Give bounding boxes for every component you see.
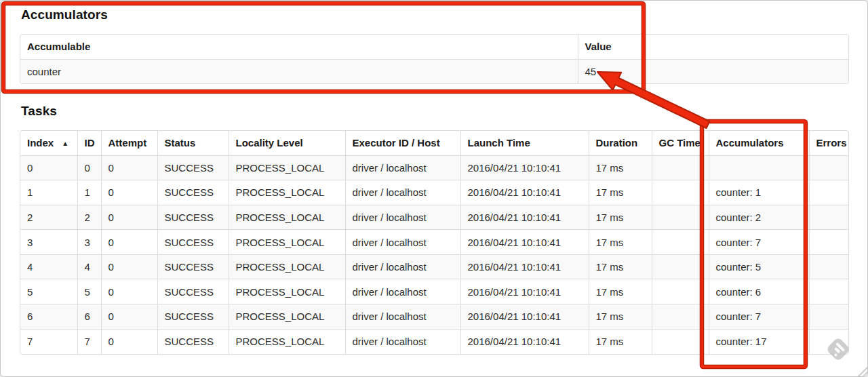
launch-time-cell: 2016/04/21 10:10:41 <box>460 230 589 255</box>
index-cell: 7 <box>20 329 77 354</box>
attempt-cell: 0 <box>101 279 157 304</box>
tasks-table: Index▲ ID Attempt Status Locality Level … <box>20 130 849 355</box>
index-cell: 0 <box>20 155 77 180</box>
id-cell: 1 <box>77 180 101 205</box>
id-cell: 6 <box>77 304 101 330</box>
tasks-section-title: Tasks <box>21 104 57 119</box>
column-header-id[interactable]: ID <box>77 131 101 155</box>
executor-cell: driver / localhost <box>345 230 460 255</box>
attempt-cell: 0 <box>101 230 157 255</box>
locality-cell: PROCESS_LOCAL <box>229 180 345 205</box>
attempt-cell: 0 <box>101 180 157 205</box>
gc-time-cell <box>652 155 709 180</box>
id-cell: 0 <box>77 155 101 180</box>
duration-cell: 17 ms <box>589 254 652 279</box>
duration-cell: 17 ms <box>589 279 652 304</box>
status-cell: SUCCESS <box>157 329 229 354</box>
task-row: 4 4 0 SUCCESS PROCESS_LOCAL driver / loc… <box>20 254 849 279</box>
launch-time-cell: 2016/04/21 10:10:41 <box>460 304 589 330</box>
task-row: 6 6 0 SUCCESS PROCESS_LOCAL driver / loc… <box>20 304 849 330</box>
executor-cell: driver / localhost <box>345 254 460 279</box>
launch-time-cell: 2016/04/21 10:10:41 <box>460 254 589 279</box>
status-cell: SUCCESS <box>157 230 229 255</box>
executor-cell: driver / localhost <box>345 279 460 304</box>
locality-cell: PROCESS_LOCAL <box>229 205 345 230</box>
accumulators-section-title: Accumulators <box>21 7 108 22</box>
status-cell: SUCCESS <box>157 304 229 330</box>
index-cell: 1 <box>20 180 77 205</box>
id-cell: 7 <box>77 329 101 354</box>
duration-cell: 17 ms <box>589 155 652 180</box>
gc-time-cell <box>652 180 709 205</box>
column-header-gc-time[interactable]: GC Time <box>652 131 709 155</box>
accumulators-cell: counter: 1 <box>709 180 809 205</box>
id-cell: 5 <box>77 279 101 304</box>
column-header-launch-time[interactable]: Launch Time <box>460 131 589 155</box>
duration-cell: 17 ms <box>589 180 652 205</box>
attempt-cell: 0 <box>101 304 157 330</box>
accumulators-cell <box>709 155 809 180</box>
gc-time-cell <box>652 254 709 279</box>
accumulators-cell: counter: 7 <box>709 230 809 255</box>
locality-cell: PROCESS_LOCAL <box>229 155 345 180</box>
status-cell: SUCCESS <box>157 279 229 304</box>
status-cell: SUCCESS <box>157 180 229 205</box>
task-row: 2 2 0 SUCCESS PROCESS_LOCAL driver / loc… <box>20 205 849 230</box>
accumulators-cell: counter: 7 <box>709 304 809 330</box>
errors-cell <box>809 254 849 279</box>
gc-time-cell <box>652 304 709 330</box>
accumulators-cell: counter: 6 <box>709 279 809 304</box>
tasks-header-row: Index▲ ID Attempt Status Locality Level … <box>20 131 849 155</box>
spark-ui-window: Accumulators Accumulable Value counter 4… <box>0 0 868 377</box>
attempt-cell: 0 <box>101 254 157 279</box>
index-cell: 2 <box>20 205 77 230</box>
task-row: 1 1 0 SUCCESS PROCESS_LOCAL driver / loc… <box>20 180 849 205</box>
column-header-index[interactable]: Index▲ <box>20 131 77 155</box>
index-cell: 3 <box>20 230 77 255</box>
executor-cell: driver / localhost <box>345 155 460 180</box>
status-cell: SUCCESS <box>157 254 229 279</box>
attempt-cell: 0 <box>101 155 157 180</box>
column-header-accumulators[interactable]: Accumulators <box>709 131 809 155</box>
executor-cell: driver / localhost <box>345 180 460 205</box>
executor-cell: driver / localhost <box>345 304 460 330</box>
gc-time-cell <box>652 230 709 255</box>
task-row: 3 3 0 SUCCESS PROCESS_LOCAL driver / loc… <box>20 230 849 255</box>
column-header-accumulable: Accumulable <box>20 35 578 59</box>
locality-cell: PROCESS_LOCAL <box>229 279 345 304</box>
column-header-duration[interactable]: Duration <box>589 131 652 155</box>
index-cell: 4 <box>20 254 77 279</box>
attempt-cell: 0 <box>101 205 157 230</box>
task-row: 7 7 0 SUCCESS PROCESS_LOCAL driver / loc… <box>20 329 849 354</box>
locality-cell: PROCESS_LOCAL <box>229 329 345 354</box>
resize-corner-mark <box>859 368 868 377</box>
errors-cell <box>809 304 849 330</box>
column-header-errors[interactable]: Errors <box>809 131 849 155</box>
accumulators-cell: counter: 2 <box>709 205 809 230</box>
errors-cell <box>809 180 849 205</box>
locality-cell: PROCESS_LOCAL <box>229 230 345 255</box>
launch-time-cell: 2016/04/21 10:10:41 <box>460 279 589 304</box>
column-header-value: Value <box>578 35 849 59</box>
status-cell: SUCCESS <box>157 205 229 230</box>
gc-time-cell <box>652 205 709 230</box>
column-header-locality-level[interactable]: Locality Level <box>229 131 345 155</box>
launch-time-cell: 2016/04/21 10:10:41 <box>460 155 589 180</box>
task-row: 0 0 0 SUCCESS PROCESS_LOCAL driver / loc… <box>20 155 849 180</box>
task-row: 5 5 0 SUCCESS PROCESS_LOCAL driver / loc… <box>20 279 849 304</box>
id-cell: 2 <box>77 205 101 230</box>
errors-cell <box>809 279 849 304</box>
accumulators-header-row: Accumulable Value <box>20 35 849 59</box>
launch-time-cell: 2016/04/21 10:10:41 <box>460 205 589 230</box>
executor-cell: driver / localhost <box>345 329 460 354</box>
accumulable-name-cell: counter <box>20 59 578 83</box>
accumulators-cell: counter: 17 <box>709 329 809 354</box>
column-header-status[interactable]: Status <box>157 131 229 155</box>
column-header-attempt[interactable]: Attempt <box>101 131 157 155</box>
column-header-executor-id-host[interactable]: Executor ID / Host <box>345 131 460 155</box>
index-cell: 6 <box>20 304 77 330</box>
status-cell: SUCCESS <box>157 155 229 180</box>
executor-cell: driver / localhost <box>345 205 460 230</box>
launch-time-cell: 2016/04/21 10:10:41 <box>460 329 589 354</box>
errors-cell <box>809 230 849 255</box>
